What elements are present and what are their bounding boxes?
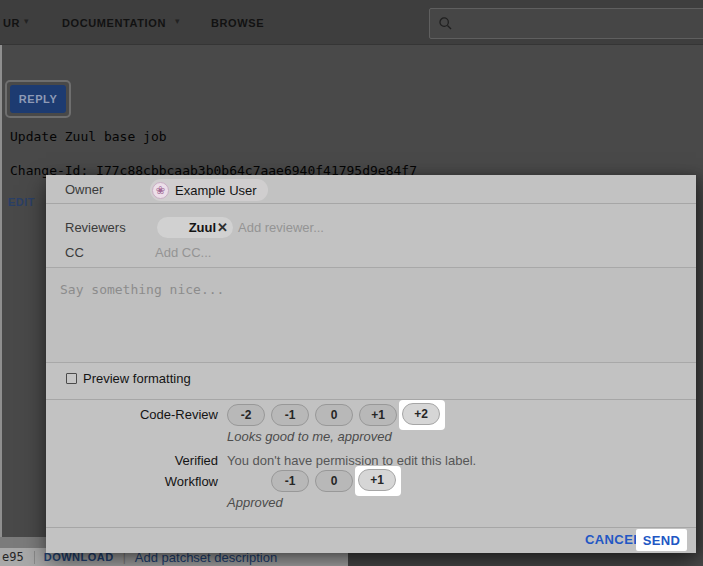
sha-fragment: e95 <box>2 550 24 564</box>
divider <box>46 399 696 400</box>
reply-button[interactable]: REPLY <box>10 85 66 113</box>
preview-formatting-checkbox[interactable] <box>66 373 77 384</box>
vote-button[interactable]: +1 <box>359 404 397 426</box>
avatar: ❀ <box>152 182 169 199</box>
comment-placeholder: Say something nice... <box>60 282 224 297</box>
menu-documentation[interactable]: DOCUMENTATION <box>62 17 166 29</box>
search-box[interactable] <box>429 8 703 39</box>
page-left-edge <box>0 45 2 537</box>
vote-button-selected-highlight: +2 <box>399 400 445 430</box>
menu-your[interactable]: UR <box>3 17 20 29</box>
send-button[interactable]: SEND <box>636 529 687 551</box>
commit-message-title: Update Zuul base job <box>10 129 167 144</box>
cc-label: CC <box>65 245 84 260</box>
owner-chip[interactable]: ❀ Example User <box>150 179 268 201</box>
reviewer-chip[interactable]: Zuul ✕ <box>157 217 233 238</box>
vote-button-selected-highlight: +1 <box>355 466 401 496</box>
search-icon <box>438 16 453 31</box>
search-input[interactable] <box>459 9 703 38</box>
send-button-label: SEND <box>643 533 681 548</box>
vote-button[interactable]: -2 <box>227 404 265 426</box>
owner-chip-label: Example User <box>175 183 257 198</box>
reviewer-chip-label: Zuul <box>189 220 216 235</box>
chevron-down-icon: ▾ <box>175 16 180 26</box>
add-reviewer-input[interactable]: Add reviewer... <box>238 220 324 235</box>
owner-label: Owner <box>65 182 103 197</box>
vote-button[interactable]: -1 <box>271 404 309 426</box>
chevron-down-icon: ▾ <box>24 16 29 26</box>
code-review-description: Looks good to me, approved <box>227 429 392 444</box>
preview-formatting-label: Preview formatting <box>83 371 191 386</box>
workflow-label: Workflow <box>46 474 218 489</box>
remove-reviewer-icon[interactable]: ✕ <box>217 220 228 235</box>
divider <box>46 203 696 204</box>
vote-button[interactable]: -1 <box>271 470 309 492</box>
vote-button[interactable]: 0 <box>315 404 353 426</box>
code-review-label: Code-Review <box>46 407 218 422</box>
top-header: UR ▾ DOCUMENTATION ▾ BROWSE <box>0 0 703 45</box>
reviewers-label: Reviewers <box>65 220 126 235</box>
vote-button[interactable]: 0 <box>315 470 353 492</box>
divider <box>34 551 35 564</box>
menu-browse[interactable]: BROWSE <box>211 17 264 29</box>
add-cc-input[interactable]: Add CC... <box>155 245 211 260</box>
edit-link[interactable]: EDIT <box>8 196 35 208</box>
workflow-description: Approved <box>227 495 283 510</box>
reply-dialog: Owner ❀ Example User Reviewers Zuul ✕ Ad… <box>46 175 696 553</box>
verified-label: Verified <box>46 453 218 468</box>
divider <box>46 527 696 528</box>
cancel-button[interactable]: CANCEL <box>585 532 642 547</box>
verified-permission-message: You don't have permission to edit this l… <box>227 453 476 468</box>
vote-button-selected[interactable]: +2 <box>402 403 440 425</box>
comment-textarea[interactable]: Say something nice... <box>46 267 696 363</box>
vote-button-selected[interactable]: +1 <box>358 469 396 491</box>
